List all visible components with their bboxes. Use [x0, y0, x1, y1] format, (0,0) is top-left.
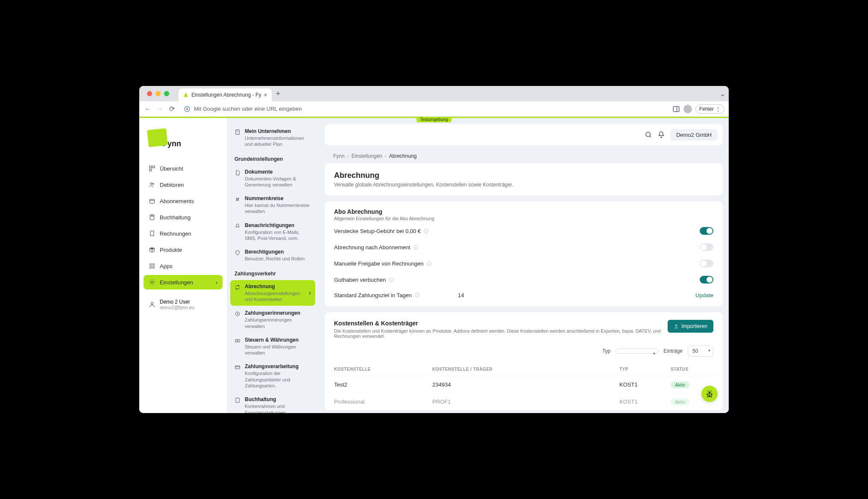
tab-close-icon[interactable]: ×: [264, 92, 267, 98]
toggle-setup-fee[interactable]: [700, 227, 713, 235]
window-controls[interactable]: [147, 91, 169, 96]
svg-rect-14: [152, 266, 154, 268]
subnav-permissions[interactable]: BerechtigungenBenutzer, Rechte und Rolle…: [230, 245, 315, 265]
chevron-right-icon: ›: [309, 289, 311, 297]
back-button[interactable]: ←: [144, 105, 152, 113]
setting-setup-fee-label: Verstecke Setup-Gebühr bei 0,00 €: [334, 228, 421, 234]
subnav-tax[interactable]: Steuern & WährungenSteuern und Währungen…: [230, 334, 315, 360]
filter-type-select[interactable]: [616, 348, 658, 354]
subnav-notifications[interactable]: BenachrichtigungenKonfiguration von E-Ma…: [230, 219, 315, 245]
bug-icon: [705, 390, 714, 398]
upload-icon: [674, 324, 679, 329]
panel-icon[interactable]: [672, 105, 680, 113]
svg-rect-10: [151, 216, 153, 216]
nav-debtors[interactable]: Debitoren: [144, 177, 223, 192]
box-icon: [149, 198, 155, 204]
bell-icon[interactable]: [657, 131, 665, 139]
profile-avatar[interactable]: [683, 105, 692, 113]
table-row[interactable]: Professional PROF1 KOST1 Aktiv: [325, 393, 723, 410]
receipt-icon: [149, 230, 155, 237]
toggle-credit-booking[interactable]: [700, 276, 713, 283]
svg-rect-3: [150, 166, 152, 168]
info-icon[interactable]: [423, 228, 429, 234]
setting-credit-label: Guthaben verbuchen: [334, 277, 386, 283]
logo[interactable]: Fynn: [144, 125, 223, 161]
new-tab-button[interactable]: +: [276, 89, 281, 98]
info-icon[interactable]: [414, 292, 420, 298]
status-badge: Aktiv: [671, 381, 689, 388]
dashboard-icon: [149, 165, 155, 172]
abo-section-subtitle: Allgemein Einstellungen für die Abo Abre…: [334, 216, 713, 221]
filter-entries-label: Einträge: [663, 348, 683, 354]
env-badge: Testumgebung: [416, 117, 452, 122]
subnav-accounting[interactable]: BuchhaltungKontenrahmen und Exporteinste…: [230, 393, 315, 413]
breadcrumb-current: Abrechnung: [389, 153, 417, 159]
user-block[interactable]: Demo 2 User demo2@fynn.eu: [144, 295, 223, 313]
abo-section-title: Abo Abrechnung: [334, 208, 713, 215]
subnav-company[interactable]: Mein UnternehmenUnternehmensinformatione…: [230, 125, 315, 151]
subnav-billing[interactable]: AbrechnungAbrechnungseinstellungen und K…: [230, 280, 315, 306]
svg-point-23: [646, 132, 651, 137]
svg-point-7: [152, 183, 154, 184]
subnav-dunning[interactable]: ZahlungserinnerungenZahlungserinnerungen…: [230, 307, 315, 333]
import-button[interactable]: Importieren: [668, 320, 713, 333]
subnav-payment-processing[interactable]: ZahlungsverarbeitungKonfiguration der Za…: [230, 360, 315, 392]
url-bar[interactable]: Mit Google suchen oder eine URL eingeben: [179, 106, 669, 112]
search-icon[interactable]: [645, 131, 652, 139]
error-indicator-button[interactable]: Fehler⋮: [695, 104, 724, 114]
breadcrumb-root[interactable]: Fynn: [333, 153, 345, 159]
toggle-manual-release[interactable]: [700, 260, 713, 267]
company-selector[interactable]: Demo2 GmbH: [670, 129, 718, 141]
setting-due-label: Standard Zahlungsziel in Tagen: [334, 292, 412, 298]
toggle-by-subscription[interactable]: [700, 243, 713, 251]
tabs-dropdown-icon[interactable]: ⌄: [720, 90, 725, 98]
breadcrumb-settings[interactable]: Einstellungen: [352, 153, 382, 159]
hash-icon: [235, 196, 240, 202]
bug-report-fab[interactable]: [701, 386, 718, 402]
gear-icon: [149, 279, 155, 286]
svg-point-15: [151, 281, 153, 283]
svg-point-16: [151, 302, 153, 304]
user-email: demo2@fynn.eu: [160, 305, 194, 310]
document-icon: [235, 170, 240, 176]
browser-tab[interactable]: Einstellungen Abrechnung - Fy ×: [179, 89, 272, 101]
forward-button[interactable]: →: [155, 105, 164, 113]
nav-settings[interactable]: Einstellungen ›: [144, 275, 223, 289]
page-subtitle: Verwalte globale Abrechnungseinstellunge…: [334, 182, 713, 188]
subnav-numbers[interactable]: NummernkreiseHier kannst du Nummernkreis…: [230, 192, 315, 218]
info-icon[interactable]: [426, 261, 432, 266]
breadcrumb: Fynn › Einstellungen › Abrechnung: [325, 151, 723, 163]
reload-button[interactable]: ⟳: [167, 105, 176, 113]
nav-accounting[interactable]: Buchhaltung: [144, 210, 223, 224]
calculator-icon: [149, 214, 155, 221]
info-icon[interactable]: [413, 245, 419, 250]
filter-entries-select[interactable]: 50: [688, 345, 713, 357]
chevron-right-icon: ›: [216, 279, 217, 286]
svg-rect-1: [673, 106, 679, 112]
cost-section-subtitle: Die Kostenstellen und Kostenträger könne…: [334, 328, 661, 339]
card-icon: [235, 364, 240, 370]
nav-apps[interactable]: Apps: [144, 259, 223, 273]
nav-overview[interactable]: Übersicht: [144, 161, 223, 176]
site-favicon: [183, 92, 189, 98]
status-badge: Aktiv: [671, 399, 689, 405]
nav-invoices[interactable]: Rechnungen: [144, 226, 223, 241]
info-icon[interactable]: [388, 277, 394, 283]
svg-point-20: [237, 340, 238, 341]
svg-rect-17: [236, 130, 239, 135]
svg-rect-22: [236, 398, 239, 403]
browser-chrome: Einstellungen Abrechnung - Fy × + ⌄ ← → …: [139, 86, 729, 117]
update-link[interactable]: Update: [695, 292, 713, 298]
refresh-icon: [235, 284, 240, 290]
user-icon: [149, 301, 155, 308]
main-nav: Fynn Übersicht Debitoren Abonnements Buc…: [139, 118, 227, 413]
cost-table-header: KOSTENSTELLE KOSTENSTELLE / TRÄGER TYP S…: [325, 363, 723, 376]
page-title: Abrechnung: [334, 171, 713, 180]
subnav-documents[interactable]: DokumenteDokumenten-Vorlagen & Generieru…: [230, 165, 315, 192]
cost-section-title: Kostenstellen & Kostenträger: [334, 320, 661, 327]
svg-point-6: [150, 183, 152, 184]
nav-subscriptions[interactable]: Abonnements: [144, 194, 223, 208]
nav-products[interactable]: Produkte: [144, 242, 223, 257]
table-row[interactable]: Test2 234934 KOST1 Aktiv: [325, 376, 723, 393]
currency-icon: [235, 338, 240, 344]
